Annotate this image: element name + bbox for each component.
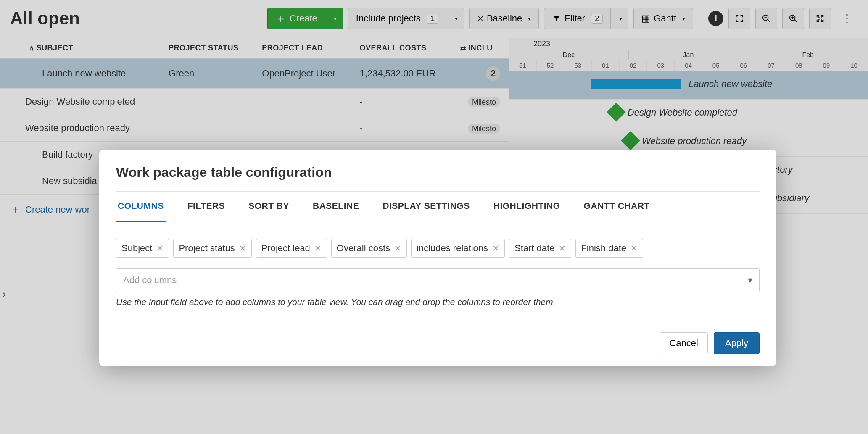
- chip-remove-icon[interactable]: ✕: [156, 243, 164, 253]
- column-chip[interactable]: Finish date✕: [575, 239, 643, 258]
- chip-remove-icon[interactable]: ✕: [394, 243, 401, 253]
- column-chip[interactable]: includes relations✕: [411, 239, 505, 258]
- apply-button[interactable]: Apply: [714, 332, 760, 354]
- modal-tab-sort-by[interactable]: SORT BY: [247, 192, 291, 222]
- chip-remove-icon[interactable]: ✕: [314, 243, 322, 253]
- column-chip[interactable]: Project lead✕: [256, 239, 327, 258]
- cancel-button[interactable]: Cancel: [660, 332, 707, 354]
- column-chip[interactable]: Subject✕: [116, 239, 169, 258]
- chip-remove-icon[interactable]: ✕: [631, 243, 638, 253]
- table-config-modal: Work package table configuration COLUMNS…: [99, 150, 776, 366]
- column-chips: Subject✕Project status✕Project lead✕Over…: [116, 239, 760, 258]
- chip-label: includes relations: [417, 243, 488, 254]
- modal-tab-display-settings[interactable]: DISPLAY SETTINGS: [381, 192, 472, 222]
- chip-remove-icon[interactable]: ✕: [559, 243, 566, 253]
- modal-tab-columns[interactable]: COLUMNS: [116, 192, 166, 222]
- modal-tab-gantt-chart[interactable]: GANTT CHART: [582, 192, 652, 222]
- chip-remove-icon[interactable]: ✕: [492, 243, 499, 253]
- modal-tab-highlighting[interactable]: HIGHLIGHTING: [492, 192, 562, 222]
- column-chip[interactable]: Project status✕: [173, 239, 251, 258]
- chip-label: Subject: [121, 243, 152, 254]
- caret-down-icon: ▾: [748, 275, 752, 286]
- modal-tab-filters[interactable]: FILTERS: [186, 192, 227, 222]
- chip-label: Project status: [179, 243, 235, 254]
- modal-tabs: COLUMNSFILTERSSORT BYBASELINEDISPLAY SET…: [116, 192, 760, 222]
- chip-remove-icon[interactable]: ✕: [239, 243, 246, 253]
- modal-tab-baseline[interactable]: BASELINE: [311, 192, 361, 222]
- add-columns-placeholder: Add columns: [123, 275, 177, 286]
- chip-label: Project lead: [261, 243, 310, 254]
- column-chip[interactable]: Overall costs✕: [331, 239, 407, 258]
- add-columns-combobox[interactable]: Add columns ▾: [116, 268, 760, 292]
- chip-label: Start date: [514, 243, 554, 254]
- columns-hint: Use the input field above to add columns…: [116, 297, 760, 307]
- modal-title: Work package table configuration: [116, 165, 760, 180]
- chip-label: Overall costs: [337, 243, 390, 254]
- chip-label: Finish date: [581, 243, 626, 254]
- column-chip[interactable]: Start date✕: [509, 239, 571, 258]
